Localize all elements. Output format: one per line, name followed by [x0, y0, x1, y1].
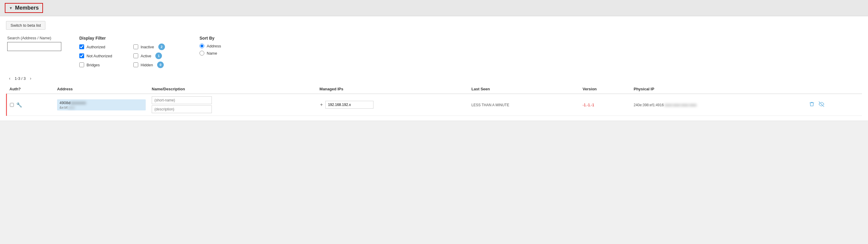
version-cell: -1.-1.-1 — [580, 94, 631, 116]
last-seen-text: LESS THAN A MINUTE — [471, 103, 509, 107]
col-address: Address — [54, 84, 149, 94]
filter-inactive: Inactive 2 — [133, 43, 182, 50]
display-filter-title: Display Filter — [79, 36, 182, 40]
col-auth: Auth? — [7, 84, 54, 94]
table-row: 🔧 4908dxxxxxxxx &e:bf:xxxx — [7, 94, 862, 116]
inactive-badge: 2 — [158, 43, 165, 50]
page-info: 1-3 / 3 — [15, 76, 26, 81]
sort-name-item[interactable]: Name — [199, 51, 221, 56]
filter-authorized: Authorized — [79, 43, 127, 50]
header-bar: ▼ Members — [0, 0, 868, 16]
sort-address-item[interactable]: Address — [199, 43, 221, 48]
inactive-checkbox[interactable] — [133, 44, 138, 49]
col-version: Version — [580, 84, 631, 94]
auth-cell: 🔧 — [7, 94, 54, 116]
sort-address-label: Address — [207, 44, 221, 48]
chevron-down-icon: ▼ — [9, 6, 12, 10]
sort-name-radio[interactable] — [199, 51, 204, 56]
filter-not-authorized: Not Authorized — [79, 53, 127, 59]
authorized-label: Authorized — [87, 45, 105, 49]
managed-ip-input[interactable] — [326, 101, 373, 109]
filter-active: Active 1 — [133, 53, 182, 59]
sort-name-label: Name — [207, 51, 217, 56]
sort-by-title: Sort By — [199, 36, 221, 40]
col-actions — [806, 84, 862, 94]
title-section: ▼ Members — [5, 3, 43, 13]
members-table: Auth? Address Name/Description Managed I… — [6, 84, 862, 116]
bridges-checkbox[interactable] — [79, 62, 84, 67]
physical-ip-cell: 240e:398:ef1:4916:xxxx:xxxx:xxxx:xxxx — [631, 94, 806, 116]
page-title: Members — [15, 5, 39, 11]
active-label: Active — [141, 54, 151, 58]
address-main: 4908dxxxxxxxx — [60, 101, 143, 105]
not-authorized-label: Not Authorized — [87, 54, 112, 58]
sort-address-radio[interactable] — [199, 43, 204, 48]
filter-bridges: Bridges — [79, 62, 127, 68]
version-text: -1.-1.-1 — [583, 103, 594, 107]
bridges-label: Bridges — [87, 63, 100, 67]
col-last-seen: Last Seen — [468, 84, 580, 94]
address-sub: &e:bf:xxxx — [60, 106, 143, 109]
page-wrapper: ▼ Members Switch to beta list Search (Ad… — [0, 0, 868, 244]
hidden-checkbox[interactable] — [133, 62, 138, 67]
inactive-label: Inactive — [141, 45, 154, 49]
beta-list-button[interactable]: Switch to beta list — [6, 21, 45, 30]
display-filter-section: Display Filter Authorized Inactive 2 — [79, 36, 182, 68]
name-description-cell — [149, 94, 316, 116]
managed-ips-cell: + — [316, 94, 468, 116]
hide-button[interactable] — [818, 101, 825, 109]
col-physical-ip: Physical IP — [631, 84, 806, 94]
filters-row: Search (Address / Name) Display Filter A… — [6, 36, 862, 68]
last-seen-cell: LESS THAN A MINUTE — [468, 94, 580, 116]
table-wrapper: Auth? Address Name/Description Managed I… — [6, 84, 862, 116]
actions-cell — [806, 94, 862, 116]
wrench-icon[interactable]: 🔧 — [16, 102, 22, 108]
filter-hidden: Hidden 0 — [133, 62, 182, 68]
prev-page-button[interactable]: ‹ — [7, 75, 12, 81]
search-input[interactable] — [7, 42, 61, 51]
next-page-button[interactable]: › — [28, 75, 33, 81]
add-ip-button[interactable]: + — [319, 102, 323, 107]
short-name-input[interactable] — [152, 96, 212, 104]
active-badge: 1 — [155, 53, 162, 59]
active-checkbox[interactable] — [133, 54, 138, 58]
authorized-checkbox[interactable] — [79, 44, 84, 49]
address-cell: 4908dxxxxxxxx &e:bf:xxxx — [54, 94, 149, 116]
col-managed-ips: Managed IPs — [316, 84, 468, 94]
content-area: Switch to beta list Search (Address / Na… — [0, 16, 868, 121]
description-input[interactable] — [152, 105, 212, 113]
address-sub-blurred: xxxx — [68, 106, 75, 109]
delete-button[interactable] — [808, 101, 815, 109]
hidden-label: Hidden — [141, 63, 153, 67]
physical-ip-text: 240e:398:ef1:4916:xxxx:xxxx:xxxx:xxxx — [634, 103, 696, 107]
search-section: Search (Address / Name) — [7, 36, 61, 51]
hidden-badge: 0 — [157, 62, 164, 68]
not-authorized-checkbox[interactable] — [79, 54, 84, 58]
table-header-row: Auth? Address Name/Description Managed I… — [7, 84, 862, 94]
col-name: Name/Description — [149, 84, 316, 94]
address-blurred: xxxxxxxx — [70, 101, 86, 105]
pagination-row: ‹ 1-3 / 3 › — [6, 75, 862, 81]
search-label: Search (Address / Name) — [7, 36, 61, 40]
filter-grid: Authorized Inactive 2 Not Authorized — [79, 43, 182, 68]
sort-section: Sort By Address Name — [199, 36, 221, 58]
auth-checkbox[interactable] — [10, 103, 14, 107]
physical-ip-blurred: :xxxx:xxxx:xxxx:xxxx — [664, 103, 696, 107]
